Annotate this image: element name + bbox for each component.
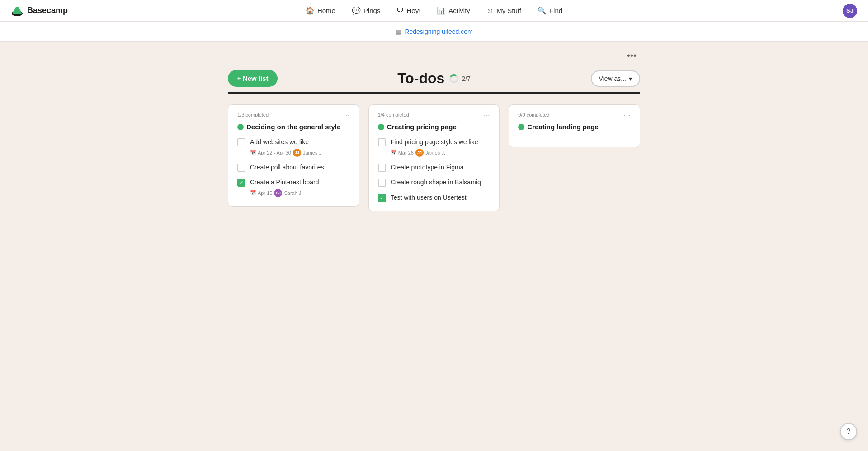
options-dots-icon: ••• xyxy=(627,51,637,61)
card-completed-label: 1/3 completed xyxy=(237,112,269,117)
main-content: ••• + New list To-dos 2/7 View as... ▾ 1… xyxy=(217,42,651,230)
todo-checkbox[interactable]: ✓ xyxy=(378,194,386,202)
calendar-icon: 📅 xyxy=(250,190,256,196)
todo-item-content: Add websites we like 📅 Apr 22 - Apr 30 J… xyxy=(250,138,323,157)
question-mark-icon: ? xyxy=(847,428,851,436)
todo-text: Add websites we like xyxy=(250,138,323,147)
project-name: Redesigning uifeed.com xyxy=(405,28,472,35)
hey-label: Hey! xyxy=(406,7,420,14)
todo-text: Create poll about favorites xyxy=(250,163,324,172)
todo-checkbox[interactable] xyxy=(378,138,386,146)
nav-activity[interactable]: 📊 Activity xyxy=(436,5,471,17)
page-title-area: To-dos 2/7 xyxy=(397,70,471,87)
todo-item: Add websites we like 📅 Apr 22 - Apr 30 J… xyxy=(237,138,350,157)
todo-item: ✓ Create a Pinterest board 📅 Apr 15 SJ S… xyxy=(237,178,350,197)
nav-home[interactable]: 🏠 Home xyxy=(305,5,336,17)
basecamp-logo[interactable]: Basecamp xyxy=(11,5,68,17)
progress-label: 2/7 xyxy=(462,75,470,82)
find-label: Find xyxy=(549,7,562,14)
nav-center: 🏠 Home 💬 Pings 🗨 Hey! 📊 Activity ☺ My St… xyxy=(305,5,563,17)
svg-point-1 xyxy=(15,7,19,10)
status-dot xyxy=(518,124,524,130)
nav-pings[interactable]: 💬 Pings xyxy=(351,5,382,17)
mystuff-icon: ☺ xyxy=(486,7,494,15)
todo-item-content: Create poll about favorites xyxy=(250,163,324,172)
todo-checkbox[interactable]: ✓ xyxy=(237,179,245,187)
todo-text: Create rough shape in Balsamiq xyxy=(391,178,481,187)
assignee-avatar: JJ xyxy=(415,149,424,157)
todo-item-content: Create prototype in Figma xyxy=(391,163,464,172)
todo-item: Create rough shape in Balsamiq xyxy=(378,178,491,187)
card-top: 1/4 completed ⋯ xyxy=(378,112,491,119)
card-completed-label: 1/4 completed xyxy=(378,112,409,117)
todo-item: Find pricing page styles we like 📅 Mar 2… xyxy=(378,138,491,157)
home-label: Home xyxy=(317,7,335,14)
basecamp-logo-icon xyxy=(11,5,24,17)
card-options-button[interactable]: ⋯ xyxy=(483,112,490,119)
grid-icon: ▦ xyxy=(395,28,401,35)
card-options-button[interactable]: ⋯ xyxy=(623,112,631,119)
assignee-name: James J. xyxy=(303,150,323,155)
todo-checkbox[interactable] xyxy=(378,179,386,187)
page-title: To-dos xyxy=(397,70,444,87)
card-top: 1/3 completed ⋯ xyxy=(237,112,350,119)
hey-icon: 🗨 xyxy=(396,7,404,15)
assignee-avatar: SJ xyxy=(274,189,282,197)
activity-icon: 📊 xyxy=(437,6,446,15)
todo-text: Test with users on Usertest xyxy=(391,193,467,202)
card-title: Creating landing page xyxy=(518,123,631,131)
activity-label: Activity xyxy=(448,7,470,14)
calendar-icon: 📅 xyxy=(250,150,256,155)
todo-text: Create prototype in Figma xyxy=(391,163,464,172)
todo-card: 0/0 completed ⋯ Creating landing page xyxy=(509,104,640,147)
progress-donut-chart xyxy=(449,74,459,84)
pings-icon: 💬 xyxy=(352,6,361,15)
todo-item: ✓ Test with users on Usertest xyxy=(378,193,491,202)
todo-item-content: Test with users on Usertest xyxy=(391,193,467,202)
new-list-button[interactable]: + New list xyxy=(228,70,278,87)
page-options-button[interactable]: ••• xyxy=(623,49,640,63)
todo-card: 1/3 completed ⋯ Deciding on the general … xyxy=(228,104,359,207)
view-as-button[interactable]: View as... ▾ xyxy=(591,70,640,87)
assignee-name: Sarah J. xyxy=(284,190,302,196)
user-avatar[interactable]: SJ xyxy=(843,4,857,18)
mystuff-label: My Stuff xyxy=(496,7,521,14)
todo-meta: 📅 Apr 15 SJ Sarah J. xyxy=(250,189,319,197)
card-title: Deciding on the general style xyxy=(237,123,350,131)
todo-item-content: Find pricing page styles we like 📅 Mar 2… xyxy=(391,138,478,157)
todo-checkbox[interactable] xyxy=(237,164,245,172)
project-link[interactable]: ▦ Redesigning uifeed.com xyxy=(395,28,472,35)
find-icon: 🔍 xyxy=(538,6,547,15)
options-area: ••• xyxy=(228,42,640,63)
todo-date: 📅 Apr 22 - Apr 30 xyxy=(250,150,291,155)
nav-find[interactable]: 🔍 Find xyxy=(537,5,563,17)
todo-meta: 📅 Apr 22 - Apr 30 JJ James J. xyxy=(250,149,323,157)
todo-lists-grid: 1/3 completed ⋯ Deciding on the general … xyxy=(228,104,640,211)
card-options-button[interactable]: ⋯ xyxy=(343,112,350,119)
todo-card: 1/4 completed ⋯ Creating pricing page Fi… xyxy=(368,104,500,211)
pings-label: Pings xyxy=(363,7,381,14)
home-icon: 🏠 xyxy=(306,6,315,15)
calendar-icon: 📅 xyxy=(391,150,397,155)
todo-checkbox[interactable] xyxy=(378,164,386,172)
logo-text: Basecamp xyxy=(27,6,68,15)
todo-checkbox[interactable] xyxy=(237,138,245,146)
todo-item: Create poll about favorites xyxy=(237,163,350,172)
help-button[interactable]: ? xyxy=(840,423,857,440)
card-title-text: Creating landing page xyxy=(527,123,599,131)
chevron-down-icon: ▾ xyxy=(629,75,632,82)
status-dot xyxy=(378,124,384,130)
todo-date: 📅 Mar 26 xyxy=(391,150,414,155)
todo-item-content: Create a Pinterest board 📅 Apr 15 SJ Sar… xyxy=(250,178,319,197)
todo-item-content: Create rough shape in Balsamiq xyxy=(391,178,481,187)
todo-meta: 📅 Mar 26 JJ James J. xyxy=(391,149,478,157)
page-header: + New list To-dos 2/7 View as... ▾ xyxy=(228,63,640,94)
assignee-avatar: JJ xyxy=(293,149,301,157)
progress-badge: 2/7 xyxy=(449,74,470,84)
nav-mystuff[interactable]: ☺ My Stuff xyxy=(486,5,522,17)
assignee-name: James J. xyxy=(425,150,445,155)
card-title-text: Deciding on the general style xyxy=(246,123,340,131)
todo-date: 📅 Apr 15 xyxy=(250,190,272,196)
nav-hey[interactable]: 🗨 Hey! xyxy=(396,5,421,17)
view-as-label: View as... xyxy=(599,75,626,82)
